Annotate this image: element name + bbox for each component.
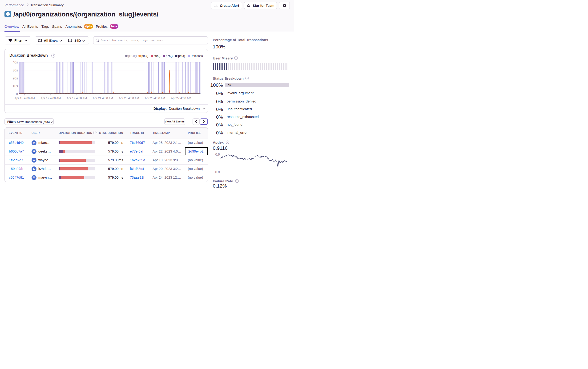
svg-text:10s: 10s [12, 84, 18, 88]
svg-text:0.8: 0.8 [215, 170, 220, 174]
svg-text:40s: 40s [12, 60, 18, 64]
svg-text:0.9: 0.9 [215, 152, 220, 156]
svg-text:Apr 15 4:00 AM: Apr 15 4:00 AM [14, 97, 35, 100]
svg-text:Apr 17 4:00 AM: Apr 17 4:00 AM [41, 97, 61, 100]
svg-text:?: ? [236, 180, 238, 182]
svg-text:Apr 19 4:00 AM: Apr 19 4:00 AM [67, 97, 87, 100]
svg-text:?: ? [235, 57, 237, 60]
svg-text:20s: 20s [12, 76, 18, 80]
svg-text:30s: 30s [12, 68, 18, 72]
svg-text:?: ? [227, 141, 228, 144]
svg-text:Apr 21 4:00 AM: Apr 21 4:00 AM [93, 97, 113, 100]
svg-text:Apr 23 4:00 AM: Apr 23 4:00 AM [119, 97, 139, 100]
svg-text:Apr 25 4:00 AM: Apr 25 4:00 AM [145, 97, 165, 100]
svg-text:0: 0 [16, 92, 18, 96]
svg-text:?: ? [246, 77, 248, 80]
svg-text:Apr 27 4:00 AM: Apr 27 4:00 AM [171, 97, 191, 100]
